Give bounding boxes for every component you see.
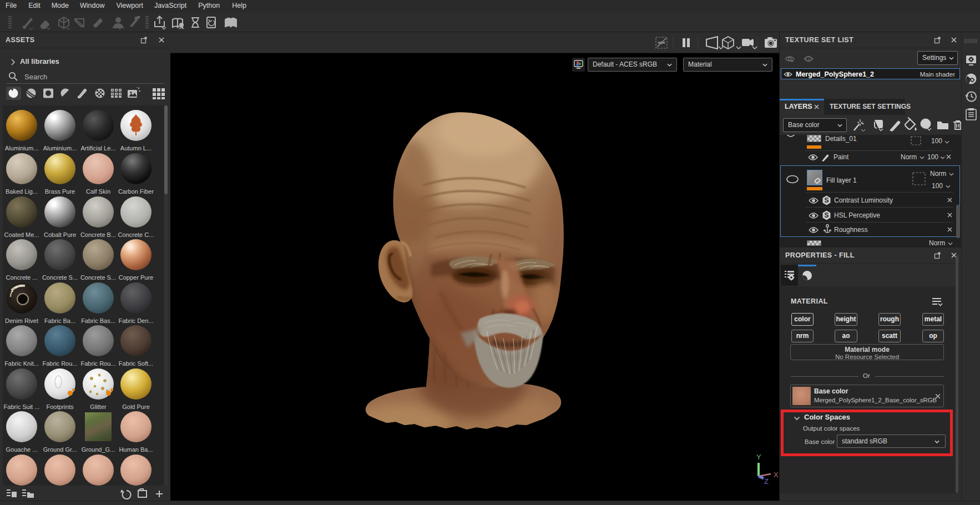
svg-text:Z: Z — [764, 477, 769, 486]
svg-text:X: X — [774, 471, 779, 479]
svg-text:S: S — [824, 196, 829, 204]
svg-text:1: 1 — [807, 57, 810, 62]
svg-text:S: S — [824, 211, 829, 219]
svg-text:Y: Y — [756, 453, 761, 461]
